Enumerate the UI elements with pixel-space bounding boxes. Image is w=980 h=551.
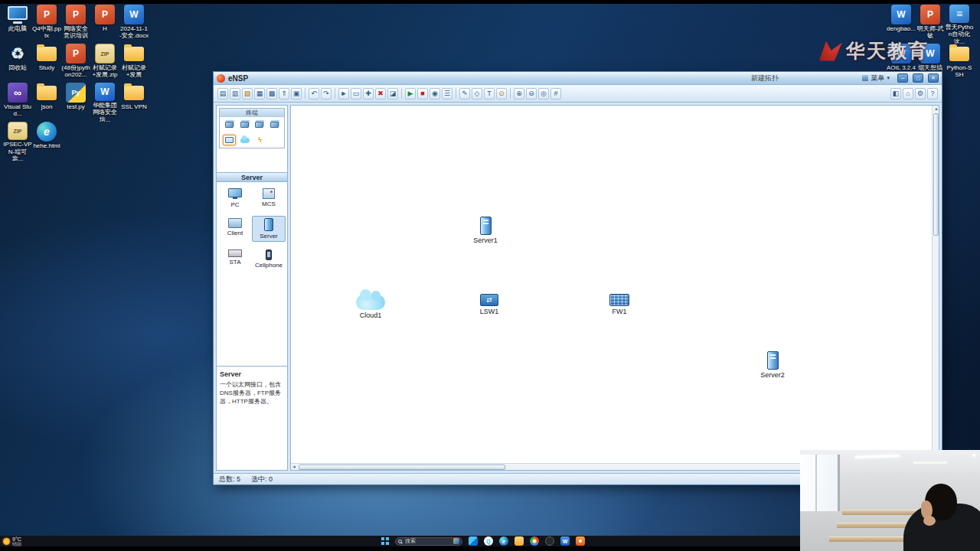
terminals-category-icon[interactable]: [223, 135, 236, 145]
canvas-node-server2[interactable]: Server2: [754, 351, 791, 379]
scroll-left-icon[interactable]: ◄: [292, 464, 296, 471]
desktop-icon-mingtianshi[interactable]: 明天师-武敏: [916, 5, 945, 44]
vertical-scroll-thumb[interactable]: [933, 113, 939, 236]
print-icon[interactable]: ▣: [291, 88, 302, 99]
switch-icon[interactable]: [480, 294, 498, 306]
start-button[interactable]: [381, 537, 389, 545]
device-item-sta[interactable]: STA: [218, 247, 252, 271]
desktop-icon-json[interactable]: json: [32, 83, 61, 122]
canvas-node-cloud1[interactable]: Cloud1: [352, 289, 389, 319]
settings-icon[interactable]: ⚙: [915, 88, 926, 99]
file-explorer-icon[interactable]: [514, 536, 524, 546]
wlan-category-icon[interactable]: [253, 119, 266, 130]
device-item-server[interactable]: Server: [252, 216, 286, 242]
scroll-up-icon[interactable]: ▲: [934, 106, 939, 112]
status-selected: 选中: 0: [251, 474, 273, 484]
save-as-icon[interactable]: ▩: [266, 88, 277, 99]
palette-icon[interactable]: ⊙: [496, 88, 507, 99]
save-topology-icon[interactable]: ▦: [254, 88, 265, 99]
other-devices-category-icon[interactable]: [253, 135, 266, 145]
undo-icon[interactable]: ↶: [309, 88, 319, 99]
topology-overview-icon[interactable]: ⌂: [903, 88, 913, 99]
add-text-icon[interactable]: T: [484, 88, 495, 99]
move-tool-icon[interactable]: ✚: [363, 88, 374, 99]
desktop-icon-security-docx[interactable]: 2024-11-1-安全.docx: [119, 5, 149, 44]
maximize-button[interactable]: □: [913, 73, 923, 83]
start-devices-icon[interactable]: ▶: [405, 88, 416, 99]
desktop-icon-test-py[interactable]: test.py: [61, 83, 90, 122]
desktop-icon-python-auto[interactable]: 普天Python自动化这...: [945, 5, 974, 44]
canvas-node-fw1[interactable]: FW1: [601, 294, 638, 315]
desktop-icon-security-training[interactable]: 网络安全意识培训: [61, 5, 90, 44]
server-icon[interactable]: [767, 351, 779, 370]
widgets-icon[interactable]: [469, 536, 478, 546]
minimize-button[interactable]: ─: [897, 73, 908, 83]
device-item-client[interactable]: Client: [218, 216, 252, 242]
canvas-node-lsw1[interactable]: LSW1: [471, 294, 508, 315]
new-test-project-icon[interactable]: ▥: [230, 88, 240, 99]
ensp-taskbar-icon[interactable]: [576, 536, 585, 546]
new-topology-icon[interactable]: ▤: [217, 88, 228, 99]
desktop-icon-dengbao[interactable]: dengbao...: [887, 5, 916, 44]
desktop-icon-recycle-bin[interactable]: 回收站: [3, 44, 32, 83]
clouds-category-icon[interactable]: [238, 135, 251, 145]
desktop-icon-record-folder[interactable]: 村赋记录+发展: [119, 44, 149, 83]
desktop-icon-ipsec-vpn[interactable]: IPSEC-VPN-端可靠...: [3, 122, 32, 161]
search-box[interactable]: 搜索: [395, 537, 462, 546]
add-shape-icon[interactable]: ◇: [472, 88, 482, 99]
firewalls-category-icon[interactable]: [268, 119, 281, 130]
zoom-in-icon[interactable]: ⊕: [514, 88, 524, 99]
routers-category-icon[interactable]: [223, 119, 236, 130]
desktop-icon-huaneng-doc[interactable]: 华能集团网络安全培...: [90, 83, 119, 122]
zoom-out-icon[interactable]: ⊖: [526, 88, 537, 99]
horizontal-scroll-thumb[interactable]: [299, 465, 505, 470]
device-item-pc[interactable]: PC: [218, 186, 252, 210]
vertical-scrollbar[interactable]: ▲ ▼: [932, 106, 939, 463]
qq-icon[interactable]: [484, 536, 493, 546]
desktop-icon-hehe-html[interactable]: hehe.html: [32, 122, 61, 161]
desktop-icon-ssl-vpn[interactable]: SSL VPN: [119, 83, 149, 122]
console-icon[interactable]: ☰: [442, 88, 452, 99]
close-button[interactable]: ✕: [928, 73, 939, 83]
server-icon[interactable]: [480, 217, 492, 235]
device-item-mcs[interactable]: MCS: [252, 186, 286, 210]
ensp-titlebar[interactable]: eNSP 新建拓扑 菜单 ─ □ ✕: [214, 72, 942, 85]
desktop-icon-python-pack[interactable]: (48份)python202...: [61, 44, 90, 83]
desktop-icon-python-ssh[interactable]: Python-SSH: [945, 44, 974, 83]
weather-widget[interactable]: 9°C 晴朗: [3, 536, 21, 546]
pointer-tool-icon[interactable]: ►: [338, 88, 349, 99]
firewall-icon[interactable]: [609, 294, 629, 306]
topology-canvas[interactable]: Server1 Cloud1 LSW1 FW1 Server2: [290, 105, 939, 471]
zoom-reset-icon[interactable]: ◎: [538, 88, 549, 99]
help-icon[interactable]: ?: [927, 88, 938, 99]
interface-labels-icon[interactable]: #: [550, 88, 561, 99]
ceiling-light: [913, 461, 947, 464]
switches-category-icon[interactable]: [238, 119, 251, 130]
delete-tool-icon[interactable]: ✖: [375, 88, 386, 99]
eraser-tool-icon[interactable]: ◪: [387, 88, 398, 99]
cloud-icon[interactable]: [356, 295, 385, 310]
export-topology-icon[interactable]: ⇑: [279, 88, 289, 99]
menu-button[interactable]: 菜单: [859, 73, 893, 83]
add-description-icon[interactable]: ✎: [459, 88, 470, 99]
device-item-cellphone[interactable]: Cellphone: [252, 247, 286, 271]
desktop-icon-record-zip[interactable]: 村赋记录+发展.zip: [90, 44, 119, 83]
canvas-node-server1[interactable]: Server1: [467, 217, 504, 244]
client-device-icon: [228, 218, 242, 228]
box-select-tool-icon[interactable]: ▭: [351, 88, 361, 99]
chrome-icon[interactable]: [530, 536, 539, 546]
desktop-icon-h[interactable]: H: [90, 5, 119, 44]
desktop-icon-study[interactable]: Study: [32, 44, 61, 83]
word-icon[interactable]: [560, 536, 570, 546]
open-topology-icon[interactable]: ▧: [242, 88, 253, 99]
desktop-icon-this-pc[interactable]: 此电脑: [3, 5, 32, 44]
desktop-icon-visual-studio[interactable]: Visual Stud...: [3, 83, 32, 122]
stop-devices-icon[interactable]: ■: [417, 88, 428, 99]
edge-icon[interactable]: [499, 536, 508, 546]
obs-icon[interactable]: [545, 536, 554, 546]
redo-icon[interactable]: ↷: [321, 88, 332, 99]
desktop-icon-q4-pptx[interactable]: Q4中期.pptx: [32, 5, 61, 44]
packet-capture-icon[interactable]: ◉: [430, 88, 440, 99]
minimize-left-panel-icon[interactable]: ◧: [890, 88, 901, 99]
icon-label: 村赋记录+发展.zip: [90, 64, 119, 78]
